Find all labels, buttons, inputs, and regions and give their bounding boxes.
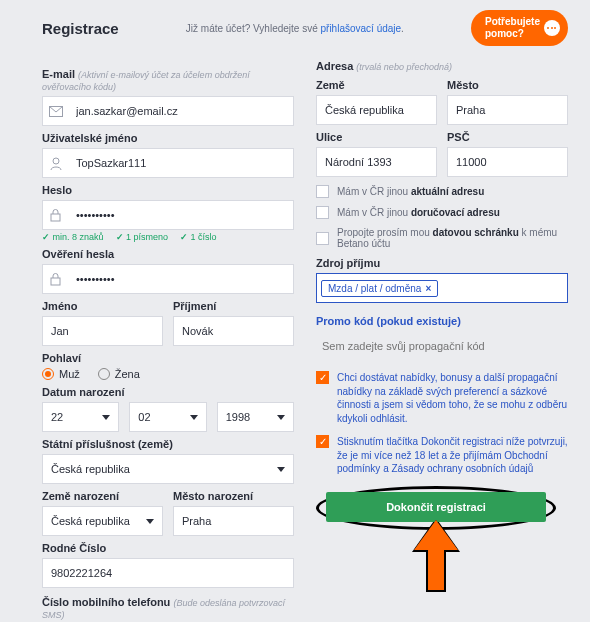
dob-year-select[interactable]: 1998	[217, 402, 294, 432]
dob-day-select[interactable]: 22	[42, 402, 119, 432]
password2-field[interactable]	[42, 264, 294, 294]
already-have-account: Již máte účet? Vyhledejte své přihlašova…	[186, 23, 404, 34]
pid-label: Rodné Číslo	[42, 542, 294, 554]
dob-month-select[interactable]: 02	[129, 402, 206, 432]
gender-male-radio[interactable]: Muž	[42, 368, 80, 380]
income-tag[interactable]: Mzda / plat / odměna×	[321, 280, 438, 297]
password2-label: Ověření hesla	[42, 248, 294, 260]
password-label: Heslo	[42, 184, 294, 196]
street-field[interactable]	[316, 147, 437, 177]
city-label: Město	[447, 79, 568, 91]
zip-input[interactable]	[448, 148, 567, 176]
page-title: Registrace	[42, 20, 119, 37]
svg-rect-3	[51, 278, 60, 285]
street-label: Ulice	[316, 131, 437, 143]
checkbox-icon[interactable]	[316, 232, 329, 245]
country-label: Země	[316, 79, 437, 91]
street-input[interactable]	[317, 148, 436, 176]
caret-down-icon	[190, 415, 198, 420]
username-field[interactable]	[42, 148, 294, 178]
country-field[interactable]	[316, 95, 437, 125]
city-input[interactable]	[448, 96, 567, 124]
caret-down-icon	[277, 467, 285, 472]
svg-rect-2	[51, 214, 60, 221]
country-input[interactable]	[317, 96, 436, 124]
lastname-label: Příjmení	[173, 300, 294, 312]
birth-country-select[interactable]: Česká republika	[42, 506, 163, 536]
gender-female-radio[interactable]: Žena	[98, 368, 140, 380]
lastname-input[interactable]	[174, 317, 293, 345]
chat-icon	[544, 20, 560, 36]
checkbox-checked-icon[interactable]: ✓	[316, 435, 329, 448]
birth-city-input[interactable]	[174, 507, 293, 535]
password-rules: min. 8 znaků1 písmeno1 číslo	[42, 232, 294, 242]
birth-city-field[interactable]	[173, 506, 294, 536]
submit-button[interactable]: Dokončit registraci	[326, 492, 546, 522]
city-field[interactable]	[447, 95, 568, 125]
promo-label: Promo kód (pokud existuje)	[316, 315, 568, 327]
firstname-label: Jméno	[42, 300, 163, 312]
promo-input[interactable]	[316, 331, 568, 361]
email-input[interactable]	[68, 97, 293, 125]
marketing-consent-row[interactable]: ✓ Chci dostávat nabídky, bonusy a další …	[316, 371, 568, 425]
lock-icon	[43, 273, 68, 286]
email-field[interactable]	[42, 96, 294, 126]
birth-city-label: Město narození	[173, 490, 294, 502]
lock-icon	[43, 209, 68, 222]
checkbox-checked-icon[interactable]: ✓	[316, 371, 329, 384]
mail-icon	[43, 106, 68, 117]
zip-field[interactable]	[447, 147, 568, 177]
birth-country-label: Země narození	[42, 490, 163, 502]
dob-label: Datum narození	[42, 386, 294, 398]
checkbox-icon[interactable]	[316, 185, 329, 198]
privacy-link[interactable]: Zásady ochrany osobních údajů	[391, 463, 533, 474]
email-label: E-mail (Aktivní e-mailový účet za účelem…	[42, 68, 294, 92]
nationality-select[interactable]: Česká republika	[42, 454, 294, 484]
alt-current-address-row[interactable]: Mám v ČR jinou aktuální adresu	[316, 185, 568, 198]
password2-input[interactable]	[68, 265, 293, 293]
checkbox-icon[interactable]	[316, 206, 329, 219]
alt-delivery-address-row[interactable]: Mám v ČR jinou doručovací adresu	[316, 206, 568, 219]
remove-tag-icon[interactable]: ×	[425, 283, 431, 294]
help-button[interactable]: Potřebujete pomoc?	[471, 10, 568, 46]
caret-down-icon	[146, 519, 154, 524]
income-select[interactable]: Mzda / plat / odměna×	[316, 273, 568, 303]
caret-down-icon	[102, 415, 110, 420]
firstname-field[interactable]	[42, 316, 163, 346]
username-input[interactable]	[68, 149, 293, 177]
gender-label: Pohlaví	[42, 352, 294, 364]
firstname-input[interactable]	[43, 317, 162, 345]
user-icon	[43, 157, 68, 170]
login-link[interactable]: přihlašovací údaje	[321, 23, 402, 34]
income-label: Zdroj příjmu	[316, 257, 568, 269]
password-field[interactable]	[42, 200, 294, 230]
lastname-field[interactable]	[173, 316, 294, 346]
pointer-arrow-icon	[414, 520, 458, 594]
phone-label: Číslo mobilního telefonu (Bude odeslána …	[42, 596, 294, 620]
zip-label: PSČ	[447, 131, 568, 143]
svg-point-1	[53, 158, 59, 164]
nationality-label: Státní příslušnost (země)	[42, 438, 294, 450]
password-input[interactable]	[68, 201, 293, 229]
databox-row[interactable]: Propojte prosím mou datovou schránku k m…	[316, 227, 568, 249]
pid-input[interactable]	[43, 559, 293, 587]
username-label: Uživatelské jméno	[42, 132, 294, 144]
pid-field[interactable]	[42, 558, 294, 588]
age-terms-consent-row[interactable]: ✓ Stisknutím tlačítka Dokončit registrac…	[316, 435, 568, 476]
caret-down-icon	[277, 415, 285, 420]
address-header: Adresa (trvalá nebo přechodná)	[316, 60, 568, 72]
